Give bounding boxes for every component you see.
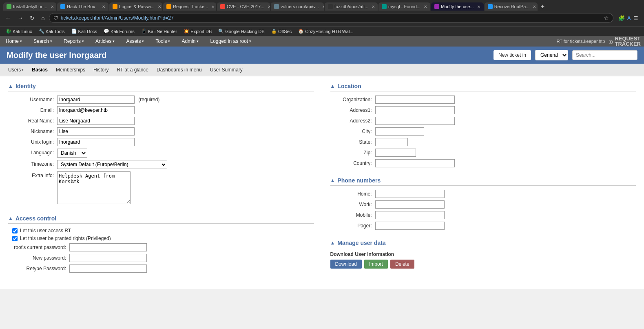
language-select[interactable]: Danish English German French xyxy=(57,149,87,158)
tab-logins[interactable]: Logins & Passw... ✕ xyxy=(109,2,162,11)
download-label: Download User Information xyxy=(330,251,636,257)
address-bar[interactable]: 🛡 tickets.keeper.htb/rt/Admin/Users/Modi… xyxy=(49,13,613,23)
download-button[interactable]: Download xyxy=(330,260,362,269)
nav-articles[interactable]: Articles ▾ xyxy=(90,36,120,47)
realname-input[interactable] xyxy=(57,117,135,125)
rootpw-input[interactable] xyxy=(69,243,147,251)
tab-close-jekyll[interactable]: ✕ xyxy=(51,4,54,9)
addr2-input[interactable] xyxy=(375,117,455,125)
nav-loggedin[interactable]: Logged in as root ▾ xyxy=(204,36,257,47)
nav-assets[interactable]: Assets ▾ xyxy=(120,36,150,47)
bookmark-kali-linux[interactable]: 🐉 Kali Linux xyxy=(3,28,35,35)
org-input[interactable] xyxy=(375,96,455,104)
bookmark-exploit-db[interactable]: 💥 Exploit-DB xyxy=(181,28,214,35)
extrainfo-row: Extra info: Helpdesk Agent from Korsbæk xyxy=(8,171,314,205)
tab-label-rt: Request Tracke... xyxy=(173,4,208,9)
tab-close-modify[interactable]: ✕ xyxy=(477,4,480,9)
bookmark-kali-docs[interactable]: 📄 Kali Docs xyxy=(69,28,100,35)
tab-close-vulners[interactable]: ✕ xyxy=(322,4,324,9)
tab-htb[interactable]: Hack The Box :: ✕ xyxy=(57,2,108,11)
reload-button[interactable]: ↻ xyxy=(28,14,37,22)
username-input[interactable] xyxy=(57,96,135,104)
location-toggle[interactable]: ▲ xyxy=(330,83,335,89)
nickname-control xyxy=(57,127,314,136)
import-button[interactable]: Import xyxy=(364,260,388,269)
bookmark-star-icon[interactable]: ☆ xyxy=(604,15,609,21)
nav-admin[interactable]: Admin ▾ xyxy=(176,36,204,47)
bookmark-kali-nethunter[interactable]: 📱 Kali NetHunter xyxy=(139,28,180,35)
tab-close-fuzzdb[interactable]: ✕ xyxy=(372,4,375,9)
queue-select[interactable]: General xyxy=(535,50,568,60)
subnav-item-history[interactable]: History xyxy=(89,65,113,74)
pager-input[interactable] xyxy=(375,222,445,230)
menu-button[interactable]: ☰ xyxy=(633,15,638,21)
tab-close-rt[interactable]: ✕ xyxy=(211,4,215,9)
newpw-input[interactable] xyxy=(69,254,147,262)
home-button[interactable]: ⌂ xyxy=(39,14,46,22)
privileged-checkbox[interactable] xyxy=(12,236,18,241)
bookmark-cozyhosting[interactable]: 🏠 CozyHosting HTB Wal... xyxy=(296,28,356,35)
tab-mysql[interactable]: mysql - Found... ✕ xyxy=(378,2,430,11)
tab-close-recover[interactable]: ✕ xyxy=(533,4,536,9)
rt-header: Modify the user Inorgaard New ticket in … xyxy=(0,47,644,64)
bookmark-kali-tools[interactable]: 🔧 Kali Tools xyxy=(36,28,67,35)
tab-jekyll[interactable]: Install Jekyll on... ✕ xyxy=(3,2,56,11)
timezone-select[interactable]: System Default (Europe/Berlin) xyxy=(57,160,167,169)
subnav-item-basics[interactable]: Basics xyxy=(28,65,52,74)
nav-reports[interactable]: Reports ▾ xyxy=(58,36,90,47)
extensions-button[interactable]: 🧩 xyxy=(618,15,625,21)
nickname-input[interactable] xyxy=(57,127,135,136)
new-tab-button[interactable]: + xyxy=(538,3,547,10)
delete-button[interactable]: Delete xyxy=(390,260,414,269)
tab-cve[interactable]: CVE - CVE-2017... ✕ xyxy=(217,2,270,11)
country-input[interactable] xyxy=(375,159,455,167)
zip-input[interactable] xyxy=(375,149,416,157)
nav-home[interactable]: Home ▾ xyxy=(0,36,28,47)
addr1-label: Address1: xyxy=(330,107,375,113)
nav-tools[interactable]: Tools ▾ xyxy=(150,36,176,47)
tab-label-fuzzdb: fuzzdb/docs/att... xyxy=(334,4,368,9)
phone-section: ▲ Phone numbers Home: Work: Mobile: Page… xyxy=(330,177,636,230)
tab-vulners[interactable]: vulners.com/api/v... ✕ xyxy=(271,2,324,11)
state-label: State: xyxy=(330,139,375,145)
home-input[interactable] xyxy=(375,190,445,198)
back-button[interactable]: ← xyxy=(3,14,13,22)
retypepw-input[interactable] xyxy=(69,265,147,273)
subnav-item-rt-at-a-glance[interactable]: RT at a glance xyxy=(113,65,153,74)
extrainfo-textarea[interactable]: Helpdesk Agent from Korsbæk xyxy=(57,171,131,204)
work-input[interactable] xyxy=(375,200,445,209)
tab-fuzzdb[interactable]: fuzzdb/docs/att... ✕ xyxy=(325,2,378,11)
bookmark-kali-forums[interactable]: 💬 Kali Forums xyxy=(101,28,137,35)
identity-toggle[interactable]: ▲ xyxy=(8,83,13,89)
tab-close-htb[interactable]: ✕ xyxy=(102,4,105,9)
access-toggle[interactable]: ▲ xyxy=(8,216,13,221)
forward-button[interactable]: → xyxy=(15,14,25,22)
access-rt-checkbox[interactable] xyxy=(12,228,18,233)
phone-toggle[interactable]: ▲ xyxy=(330,178,335,183)
unixlogin-input[interactable] xyxy=(57,138,135,146)
city-input[interactable] xyxy=(375,127,424,136)
subnav-item-user-summary[interactable]: User Summary xyxy=(206,65,247,74)
tab-modify[interactable]: Modify the use... ✕ xyxy=(431,2,484,11)
timezone-label: Timezone: xyxy=(8,160,57,167)
new-ticket-button[interactable]: New ticket in xyxy=(494,50,531,60)
search-input[interactable] xyxy=(572,50,637,60)
tab-close-logins[interactable]: ✕ xyxy=(158,4,161,9)
tab-recover[interactable]: RecoverRootPa... ✕ xyxy=(485,2,538,11)
addr1-input[interactable] xyxy=(375,106,455,114)
profile-button[interactable]: A xyxy=(627,15,631,21)
subnav-item-users[interactable]: Users ▾ xyxy=(4,65,28,74)
mobile-input[interactable] xyxy=(375,211,445,219)
tab-close-cve[interactable]: ✕ xyxy=(268,4,270,9)
bookmark-offsec[interactable]: 🔒 OffSec xyxy=(269,28,294,35)
pager-row: Pager: xyxy=(330,222,636,230)
tab-rt[interactable]: Request Tracke... ✕ xyxy=(163,2,216,11)
bookmark-google-hacking[interactable]: 🔍 Google Hacking DB xyxy=(216,28,267,35)
manage-toggle[interactable]: ▲ xyxy=(330,240,335,246)
tab-close-mysql[interactable]: ✕ xyxy=(424,4,427,9)
subnav-item-dashboards[interactable]: Dashboards in menu xyxy=(153,65,206,74)
state-input[interactable] xyxy=(375,138,408,146)
nav-search[interactable]: Search ▾ xyxy=(28,36,58,47)
subnav-item-memberships[interactable]: Memberships xyxy=(52,65,89,74)
email-input[interactable] xyxy=(57,106,135,114)
